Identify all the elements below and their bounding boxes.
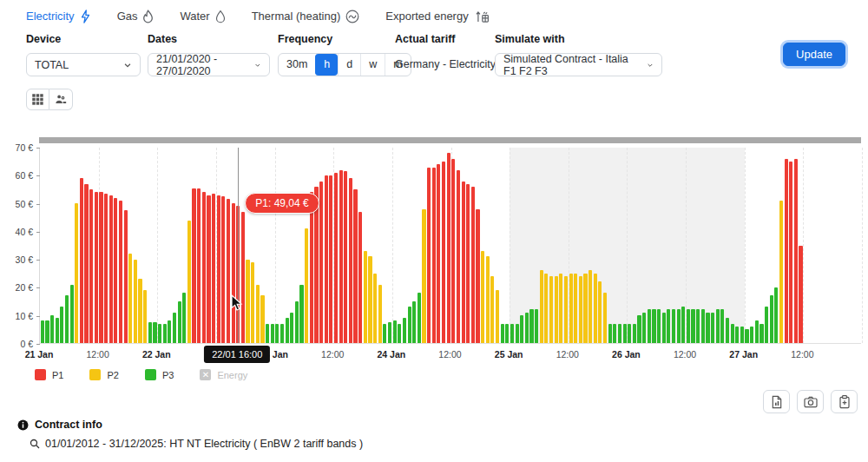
bar-p3[interactable] xyxy=(516,324,519,344)
bar-p3[interactable] xyxy=(535,309,538,343)
bar-p2[interactable] xyxy=(598,281,602,343)
legend-item-p1[interactable]: P1 xyxy=(35,369,63,380)
bar-p3[interactable] xyxy=(148,322,152,343)
frequency-option-w[interactable]: w xyxy=(360,54,385,76)
bar-p1[interactable] xyxy=(319,182,323,343)
bar-p3[interactable] xyxy=(60,307,63,343)
bar-p2[interactable] xyxy=(422,209,425,343)
bar-p3[interactable] xyxy=(740,327,744,343)
bar-p2[interactable] xyxy=(187,221,191,343)
bar-p3[interactable] xyxy=(701,309,705,343)
bar-p2[interactable] xyxy=(364,251,367,343)
bar-p2[interactable] xyxy=(564,276,568,343)
bar-p3[interactable] xyxy=(275,324,279,344)
bar-p3[interactable] xyxy=(412,301,416,343)
bar-p1[interactable] xyxy=(794,159,798,343)
bar-p3[interactable] xyxy=(163,324,167,344)
bar-p1[interactable] xyxy=(785,159,788,343)
bar-p3[interactable] xyxy=(691,309,694,343)
bar-p3[interactable] xyxy=(637,315,641,343)
tab-exported-energy[interactable]: Exported energy xyxy=(385,9,489,23)
legend-item-p2[interactable]: P2 xyxy=(89,369,118,380)
bar-p1[interactable] xyxy=(334,173,338,343)
tab-thermal-heating-[interactable]: Thermal (heating) xyxy=(252,10,360,23)
bar-p3[interactable] xyxy=(418,293,421,343)
frequency-option-d[interactable]: d xyxy=(338,54,360,76)
bar-p3[interactable] xyxy=(168,320,171,343)
bar-p2[interactable] xyxy=(579,276,582,343)
bar-p3[interactable] xyxy=(408,307,411,343)
bar-p1[interactable] xyxy=(212,194,215,343)
bar-p2[interactable] xyxy=(555,276,558,343)
bar-p1[interactable] xyxy=(427,168,431,344)
bar-p3[interactable] xyxy=(716,309,720,343)
bar-p2[interactable] xyxy=(583,274,587,343)
bar-p3[interactable] xyxy=(765,307,768,343)
bar-p3[interactable] xyxy=(182,293,186,343)
bar-p1[interactable] xyxy=(197,188,201,343)
bar-p3[interactable] xyxy=(398,324,401,344)
bar-p2[interactable] xyxy=(134,260,137,343)
bar-p1[interactable] xyxy=(799,246,802,344)
bar-p2[interactable] xyxy=(544,274,548,343)
bar-p1[interactable] xyxy=(217,195,220,343)
simulate-with-select[interactable]: Simulated Contract - Italia F1 F2 F3 xyxy=(495,53,662,76)
chart-view-button[interactable] xyxy=(49,89,73,110)
bar-p3[interactable] xyxy=(50,315,54,343)
bar-p3[interactable] xyxy=(760,324,763,344)
bar-p1[interactable] xyxy=(447,153,450,343)
bar-p1[interactable] xyxy=(104,194,108,343)
bar-p1[interactable] xyxy=(114,198,117,343)
bar-p3[interactable] xyxy=(745,329,748,343)
bar-p1[interactable] xyxy=(451,159,455,343)
bar-p3[interactable] xyxy=(383,324,386,344)
bar-p3[interactable] xyxy=(299,285,303,344)
chart-scrollbar[interactable] xyxy=(39,137,861,143)
bar-p3[interactable] xyxy=(735,327,739,343)
bar-p2[interactable] xyxy=(305,228,308,343)
dates-select[interactable]: 21/01/2020 - 27/01/2020 xyxy=(148,53,270,76)
bar-p1[interactable] xyxy=(192,188,195,343)
bar-p1[interactable] xyxy=(241,212,245,343)
bar-p3[interactable] xyxy=(696,309,700,343)
bar-p3[interactable] xyxy=(731,324,734,344)
bar-p3[interactable] xyxy=(286,318,289,343)
export-image-button[interactable] xyxy=(797,390,824,413)
bar-p2[interactable] xyxy=(481,251,484,343)
tab-water[interactable]: Water xyxy=(180,10,225,23)
bar-p3[interactable] xyxy=(608,324,612,344)
bar-p1[interactable] xyxy=(466,184,470,343)
bar-p3[interactable] xyxy=(510,324,514,344)
legend-item-energy[interactable]: ✕Energy xyxy=(200,369,247,380)
bar-p2[interactable] xyxy=(594,274,597,343)
bar-p1[interactable] xyxy=(349,178,352,343)
table-view-button[interactable] xyxy=(26,89,49,110)
bar-p1[interactable] xyxy=(227,199,230,343)
bar-p2[interactable] xyxy=(256,285,260,344)
bar-p1[interactable] xyxy=(344,171,347,343)
bar-p3[interactable] xyxy=(750,327,753,343)
update-button[interactable]: Update xyxy=(783,43,845,66)
bar-p2[interactable] xyxy=(251,262,254,343)
bar-p2[interactable] xyxy=(569,274,573,343)
bar-p2[interactable] xyxy=(490,276,494,343)
bar-p2[interactable] xyxy=(574,274,577,343)
bar-p3[interactable] xyxy=(657,309,661,343)
magnifier-icon[interactable] xyxy=(30,439,40,449)
bar-p3[interactable] xyxy=(711,313,714,343)
bar-p2[interactable] xyxy=(75,203,78,343)
bar-p1[interactable] xyxy=(95,192,98,343)
bar-p2[interactable] xyxy=(128,254,132,343)
bar-p2[interactable] xyxy=(373,274,377,343)
bar-p3[interactable] xyxy=(667,309,670,343)
bar-p1[interactable] xyxy=(232,203,235,343)
bar-p1[interactable] xyxy=(329,175,332,343)
bar-p2[interactable] xyxy=(603,293,607,343)
bar-p1[interactable] xyxy=(437,164,440,343)
bar-p3[interactable] xyxy=(618,324,621,344)
bar-p3[interactable] xyxy=(178,301,181,343)
bar-p3[interactable] xyxy=(706,313,709,343)
bar-p2[interactable] xyxy=(143,290,147,343)
bar-p1[interactable] xyxy=(471,187,475,343)
bar-p3[interactable] xyxy=(529,309,533,343)
